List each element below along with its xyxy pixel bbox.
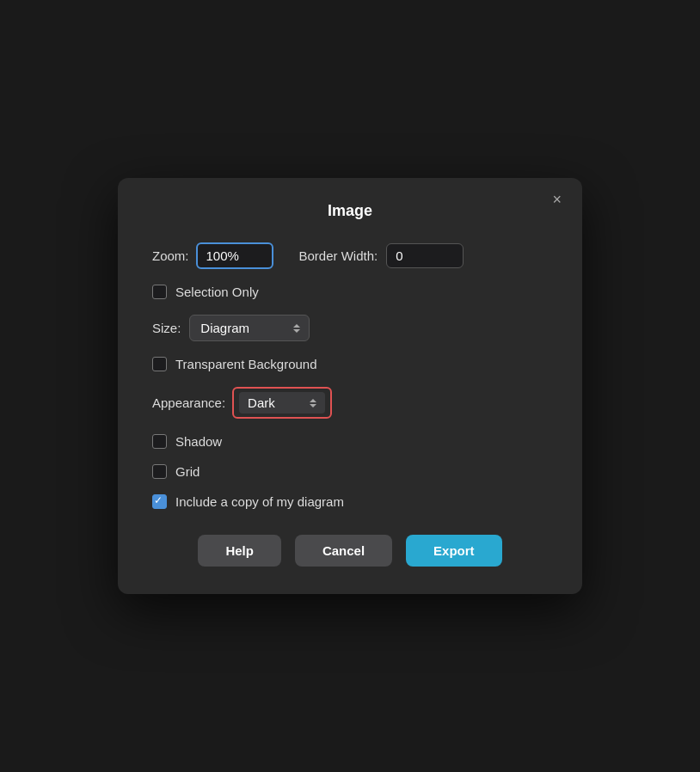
appearance-select[interactable]: Dark Light Auto [239,392,325,414]
zoom-label: Zoom: [152,248,189,263]
include-copy-checkbox[interactable] [152,494,167,509]
grid-label: Grid [175,464,200,479]
export-button[interactable]: Export [406,535,502,567]
transparent-bg-row: Transparent Background [152,357,548,371]
appearance-select-wrapper: Dark Light Auto [232,387,332,419]
appearance-label: Appearance: [152,395,225,410]
border-width-input[interactable] [386,243,464,268]
grid-checkbox[interactable] [152,464,167,479]
include-copy-label: Include a copy of my diagram [175,494,344,509]
shadow-row: Shadow [152,434,548,449]
dialog-title: Image [152,202,548,220]
selection-only-label: Selection Only [175,285,259,299]
shadow-label: Shadow [175,434,222,449]
grid-row: Grid [152,464,548,479]
transparent-bg-checkbox[interactable] [152,357,167,371]
size-select[interactable]: Diagram Page Selection [189,315,310,341]
include-copy-row: Include a copy of my diagram [152,494,548,509]
close-button[interactable]: × [547,190,567,209]
image-dialog: × Image Zoom: Border Width: Selection On… [118,178,582,594]
transparent-bg-label: Transparent Background [175,357,317,371]
zoom-border-row: Zoom: Border Width: [152,242,548,269]
size-label: Size: [152,321,181,335]
appearance-row: Appearance: Dark Light Auto [152,387,548,419]
size-row: Size: Diagram Page Selection [152,315,548,341]
cancel-button[interactable]: Cancel [295,535,392,567]
border-width-label: Border Width: [299,248,378,263]
selection-only-checkbox[interactable] [152,285,167,299]
border-width-group: Border Width: [299,243,464,268]
button-row: Help Cancel Export [152,535,548,567]
help-button[interactable]: Help [198,535,281,567]
zoom-input[interactable] [196,242,273,269]
selection-only-row: Selection Only [152,285,548,299]
shadow-checkbox[interactable] [152,434,167,449]
